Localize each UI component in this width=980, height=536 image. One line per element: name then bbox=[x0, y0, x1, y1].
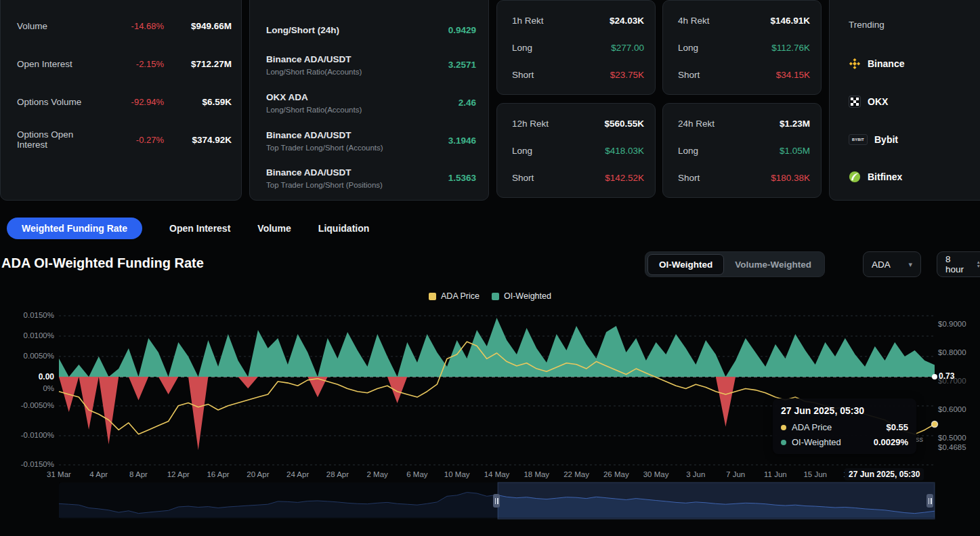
rekt-total-value: $24.03K bbox=[610, 16, 644, 26]
tab-open-interest[interactable]: Open Interest bbox=[169, 223, 230, 234]
chevron-down-icon: ▾ bbox=[908, 260, 912, 269]
price-axis-label: $0.5000 bbox=[938, 434, 966, 442]
stat-value: $6.59K bbox=[164, 97, 232, 107]
legend-label: ADA Price bbox=[441, 291, 480, 301]
y-axis-label: -0.0050% bbox=[0, 401, 54, 409]
stat-row: Options Open Interest-0.27%$374.92K bbox=[17, 133, 232, 146]
long-short-row: Binance ADA/USDTTop Trader Long/Short (A… bbox=[266, 126, 476, 154]
rekt-card: 12h Rekt$560.55KLong$418.03KShort$142.52… bbox=[496, 103, 656, 198]
stat-value: $712.27M bbox=[164, 59, 232, 69]
long-short-row: Binance ADA/USDTTop Trader Long/Short (P… bbox=[266, 163, 476, 192]
rekt-card: 4h Rekt$146.91KLong$112.76KShort$34.15K bbox=[662, 0, 822, 95]
rekt-long-value: $1.05M bbox=[780, 146, 810, 156]
stat-label: Volume bbox=[17, 21, 102, 31]
rekt-period-label: 12h Rekt bbox=[512, 119, 549, 129]
rekt-row: Short$180.38K bbox=[678, 171, 810, 184]
trending-panel: Trending Binance OKXBYBITBybit Bitfinex bbox=[829, 0, 980, 201]
rekt-short-label: Short bbox=[512, 70, 534, 80]
long-short-panel: Long/Short (24h)0.9429Binance ADA/USDTLo… bbox=[249, 0, 489, 201]
current-value-marker: 0.73 bbox=[939, 371, 954, 381]
navigator-canvas[interactable] bbox=[0, 481, 980, 522]
stat-change: -92.94% bbox=[102, 97, 164, 107]
pair-title: Binance ADA/USDT bbox=[266, 129, 383, 141]
trending-item-bitfinex[interactable]: Bitfinex bbox=[849, 169, 902, 184]
market-stats-panel: Volume-14.68%$949.66MOpen Interest-2.15%… bbox=[0, 0, 242, 201]
ratio-subtitle: Long/Short Ratio(Accounts) bbox=[266, 68, 362, 76]
rekt-long-label: Long bbox=[512, 43, 532, 53]
bybit-icon: BYBIT bbox=[849, 134, 868, 145]
rekt-row: Long$112.76K bbox=[678, 41, 810, 54]
stat-row: Volume-14.68%$949.66M bbox=[17, 20, 232, 32]
ratio-value: 0.9429 bbox=[448, 25, 476, 35]
stat-label: Options Volume bbox=[17, 97, 102, 107]
trending-item-okx[interactable]: OKX bbox=[849, 94, 888, 109]
ratio-subtitle: Top Trader Long/Short (Positions) bbox=[266, 181, 383, 189]
rekt-short-value: $180.38K bbox=[771, 173, 810, 183]
pair-title: OKX ADA bbox=[266, 91, 362, 103]
exchange-name: Bybit bbox=[874, 134, 898, 145]
interval-select[interactable]: 8 hour ▲▼ bbox=[937, 251, 980, 277]
stat-value: $949.66M bbox=[164, 21, 232, 31]
rekt-short-label: Short bbox=[678, 70, 700, 80]
rekt-row: Long$1.05M bbox=[678, 144, 810, 157]
ratio-subtitle: Top Trader Long/Short (Accounts) bbox=[266, 144, 383, 152]
exchange-name: Binance bbox=[868, 58, 904, 69]
stat-change: -0.27% bbox=[102, 135, 164, 145]
rekt-long-label: Long bbox=[678, 146, 698, 156]
bitfinex-icon bbox=[849, 171, 861, 183]
rekt-row: Short$142.52K bbox=[512, 171, 644, 184]
ratio-subtitle: Long/Short Ratio(Accounts) bbox=[266, 106, 362, 114]
trending-item-bybit[interactable]: BYBITBybit bbox=[849, 132, 898, 147]
stat-value: $374.92K bbox=[164, 135, 232, 145]
legend-swatch-icon bbox=[429, 293, 436, 300]
funding-chart: 0.0150%0.0100%0.0050%0.00-0.0050%-0.0100… bbox=[0, 305, 980, 482]
long-short-label-block: Binance ADA/USDTTop Trader Long/Short (P… bbox=[266, 167, 383, 189]
trending-item-binance[interactable]: Binance bbox=[849, 56, 904, 71]
navigator-handle-left[interactable] bbox=[493, 494, 500, 508]
tab-weighted-funding-rate[interactable]: Weighted Funding Rate bbox=[7, 218, 142, 239]
stats-rows: Volume-14.68%$949.66MOpen Interest-2.15%… bbox=[17, 20, 232, 146]
rekt-total-value: $146.91K bbox=[770, 16, 810, 26]
exchange-name: Bitfinex bbox=[868, 171, 902, 182]
tab-liquidation[interactable]: Liquidation bbox=[318, 223, 369, 234]
rekt-short-value: $142.52K bbox=[605, 173, 644, 183]
navigator-handle-right[interactable] bbox=[926, 494, 933, 508]
rekt-row: Long$418.03K bbox=[512, 144, 644, 157]
ratio-value: 2.46 bbox=[459, 98, 476, 108]
chart-tooltip: 27 Jun 2025, 05:30 ADA Price $0.55 OI-We… bbox=[773, 398, 916, 454]
y-axis-label: 0.0050% bbox=[0, 352, 54, 360]
rekt-row: Long$277.00 bbox=[512, 41, 644, 54]
long-short-label-block: Binance ADA/USDTLong/Short Ratio(Account… bbox=[266, 54, 362, 76]
toggle-oi-weighted[interactable]: OI-Weighted bbox=[647, 254, 724, 275]
rekt-row: Short$23.75K bbox=[512, 68, 644, 81]
price-axis-label: $0.6000 bbox=[938, 405, 966, 413]
chart-title: ADA OI-Weighted Funding Rate bbox=[1, 255, 204, 271]
coin-select[interactable]: ADA ▾ bbox=[863, 251, 921, 277]
rekt-period-label: 1h Rekt bbox=[512, 16, 544, 26]
chart-legend: ADA PriceOI-Weighted bbox=[0, 291, 980, 301]
rekt-row: 12h Rekt$560.55K bbox=[512, 117, 644, 129]
price-axis-label: $0.9000 bbox=[938, 320, 966, 328]
pair-title: Binance ADA/USDT bbox=[266, 54, 362, 65]
rekt-card: 1h Rekt$24.03KLong$277.00Short$23.75K bbox=[496, 0, 656, 95]
rekt-period-label: 24h Rekt bbox=[678, 119, 715, 129]
tab-volume[interactable]: Volume bbox=[257, 223, 291, 234]
pair-title: Long/Short (24h) bbox=[266, 24, 339, 36]
y-axis-label: 0.00 bbox=[0, 372, 54, 382]
rekt-short-label: Short bbox=[678, 173, 700, 183]
y-axis-label: -0.0150% bbox=[0, 460, 54, 468]
long-short-row: Binance ADA/USDTLong/Short Ratio(Account… bbox=[266, 50, 476, 79]
axis-note: ss bbox=[916, 435, 923, 443]
exchange-name: OKX bbox=[868, 96, 888, 107]
rekt-short-value: $34.15K bbox=[776, 70, 810, 80]
rekt-total-value: $560.55K bbox=[604, 119, 644, 129]
rekt-period-label: 4h Rekt bbox=[678, 16, 710, 26]
dashboard: Volume-14.68%$949.66MOpen Interest-2.15%… bbox=[0, 0, 980, 536]
toggle-volume-weighted[interactable]: Volume-Weighted bbox=[724, 255, 822, 274]
trending-title: Trending bbox=[849, 20, 885, 30]
y-axis-label: -0.0100% bbox=[0, 431, 54, 439]
legend-item-oi-weighted[interactable]: OI-Weighted bbox=[492, 291, 551, 301]
pair-title: Binance ADA/USDT bbox=[266, 167, 383, 178]
legend-item-ada-price[interactable]: ADA Price bbox=[429, 291, 480, 301]
funding-chart-canvas[interactable] bbox=[0, 305, 980, 482]
